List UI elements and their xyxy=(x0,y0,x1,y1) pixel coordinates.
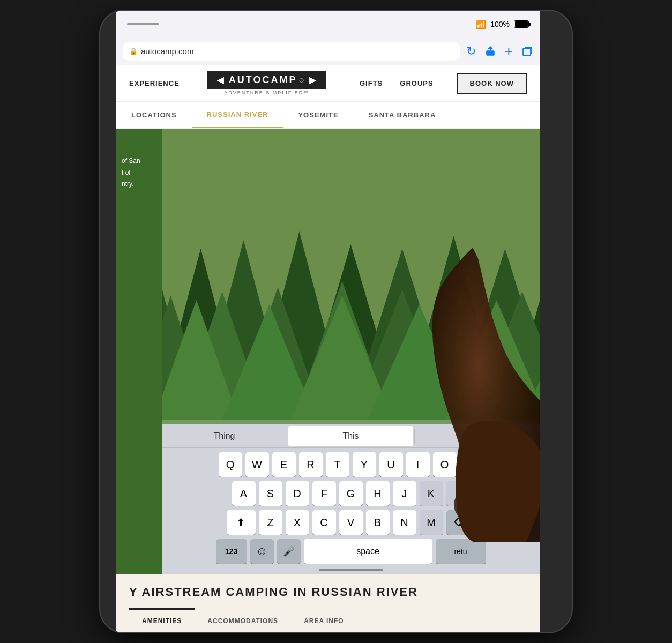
loc-all[interactable]: LOCATIONS xyxy=(116,102,192,128)
key-v[interactable]: V xyxy=(339,510,363,535)
location-nav: LOCATIONS RUSSIAN RIVER YOSEMITE SANTA B… xyxy=(116,102,540,129)
key-mic[interactable]: 🎤 xyxy=(277,539,301,564)
nav-experience[interactable]: EXPERIENCE xyxy=(129,79,180,87)
key-z[interactable]: Z xyxy=(259,510,282,535)
key-k[interactable]: K xyxy=(420,481,443,506)
keyboard-overlay: Thing This Think Q W E R xyxy=(162,424,540,574)
logo-container[interactable]: AUTOCAMP ® ADVENTURE SIMPLIFIED™ xyxy=(207,71,326,95)
hero-area: of San t of ntry. xyxy=(116,129,540,574)
key-e[interactable]: E xyxy=(272,452,296,477)
logo-badge: AUTOCAMP ® xyxy=(207,71,326,89)
nav-groups[interactable]: GROUPS xyxy=(400,79,433,87)
key-h[interactable]: H xyxy=(366,481,390,506)
browser-bar: 🔒 autocamp.com ↻ + xyxy=(116,38,540,65)
loc-santa-barbara[interactable]: SANTA BARBARA xyxy=(354,102,451,128)
svg-rect-2 xyxy=(523,48,531,56)
ipad-screen: 📶 100% 🔒 autocamp.com ↻ xyxy=(116,11,540,632)
tab-accommodations[interactable]: ACCOMMODATIONS xyxy=(195,608,291,632)
key-n[interactable]: N xyxy=(393,510,416,535)
key-o[interactable]: O xyxy=(433,452,457,477)
key-f[interactable]: F xyxy=(312,481,336,506)
wifi-icon: 📶 xyxy=(475,19,486,29)
key-shift[interactable]: ⬆ xyxy=(227,510,256,535)
logo-tagline: ADVENTURE SIMPLIFIED™ xyxy=(224,90,309,95)
tab-area-info[interactable]: AREA INFO xyxy=(291,608,357,632)
reload-button[interactable]: ↻ xyxy=(466,44,476,58)
lock-icon: 🔒 xyxy=(129,47,138,55)
ipad-frame: 📶 100% 🔒 autocamp.com ↻ xyxy=(100,11,572,632)
book-now-button[interactable]: BOOK NOW xyxy=(457,73,527,94)
battery-icon xyxy=(514,20,529,28)
keyboard-suggestions: Thing This Think xyxy=(162,424,540,448)
url-text: autocamp.com xyxy=(141,47,193,56)
key-g[interactable]: G xyxy=(339,481,363,506)
suggestion-thing[interactable]: Thing xyxy=(162,426,287,446)
battery-percent: 100% xyxy=(490,20,510,28)
key-return[interactable]: retu xyxy=(436,539,486,564)
key-delete[interactable]: ⌫ xyxy=(446,510,475,535)
tabs-button[interactable] xyxy=(521,46,533,57)
key-d[interactable]: D xyxy=(286,481,309,506)
home-indicator xyxy=(127,23,159,25)
share-button[interactable] xyxy=(484,46,496,57)
key-j[interactable]: J xyxy=(393,481,416,506)
key-b[interactable]: B xyxy=(366,510,390,535)
url-bar[interactable]: 🔒 autocamp.com xyxy=(123,42,460,61)
loc-russian-river[interactable]: RUSSIAN RIVER xyxy=(192,102,283,128)
key-w[interactable]: W xyxy=(245,452,269,477)
keyboard-main: Q W E R T Y U I O P xyxy=(162,448,540,574)
green-sidebar: of San t of ntry. xyxy=(116,129,162,574)
key-t[interactable]: T xyxy=(326,452,349,477)
key-l[interactable]: L xyxy=(446,481,470,506)
bottom-section: Y AIRSTREAM CAMPING IN RUSSIAN RIVER AME… xyxy=(116,574,540,632)
logo-text: AUTOCAMP xyxy=(229,74,297,86)
key-m[interactable]: M xyxy=(420,510,443,535)
add-tab-button[interactable]: + xyxy=(505,43,513,59)
key-numbers[interactable]: 123 xyxy=(216,539,247,564)
key-c[interactable]: C xyxy=(312,510,336,535)
tab-amenities[interactable]: AMENITIES xyxy=(129,608,195,632)
key-row-1: Q W E R T Y U I O P xyxy=(164,452,537,477)
nav-gifts[interactable]: GIFTS xyxy=(360,79,383,87)
key-s[interactable]: S xyxy=(259,481,282,506)
browser-actions: ↻ + xyxy=(466,43,533,59)
suggestion-think[interactable]: Think xyxy=(415,426,540,446)
key-p[interactable]: P xyxy=(460,452,483,477)
battery-container xyxy=(514,20,529,28)
section-title: Y AIRSTREAM CAMPING IN RUSSIAN RIVER xyxy=(129,585,527,599)
status-bar: 📶 100% xyxy=(116,11,540,38)
key-space[interactable]: space xyxy=(304,539,432,564)
key-row-3: ⬆ Z X C V B N M ⌫ xyxy=(164,510,537,535)
sidebar-text: of San t of ntry. xyxy=(122,155,140,190)
loc-yosemite[interactable]: YOSEMITE xyxy=(283,102,353,128)
tabs-bar: AMENITIES ACCOMMODATIONS AREA INFO xyxy=(129,608,527,632)
status-right: 📶 100% xyxy=(475,19,529,29)
key-a[interactable]: A xyxy=(232,481,256,506)
key-row-2: A S D F G H J K L xyxy=(164,481,537,506)
key-i[interactable]: I xyxy=(406,452,430,477)
key-u[interactable]: U xyxy=(379,452,403,477)
website-content: EXPERIENCE AUTOCAMP ® ADVENTURE SIMPLIFI… xyxy=(116,65,540,632)
key-y[interactable]: Y xyxy=(353,452,376,477)
key-q[interactable]: Q xyxy=(219,452,242,477)
key-row-4: 123 ☺ 🎤 space retu xyxy=(164,539,537,564)
keyboard-handle xyxy=(319,569,383,571)
battery-fill xyxy=(515,21,528,27)
key-r[interactable]: R xyxy=(299,452,323,477)
key-emoji[interactable]: ☺ xyxy=(250,539,274,564)
key-x[interactable]: X xyxy=(286,510,309,535)
suggestion-this[interactable]: This xyxy=(288,426,413,446)
main-nav: EXPERIENCE AUTOCAMP ® ADVENTURE SIMPLIFI… xyxy=(116,65,540,102)
